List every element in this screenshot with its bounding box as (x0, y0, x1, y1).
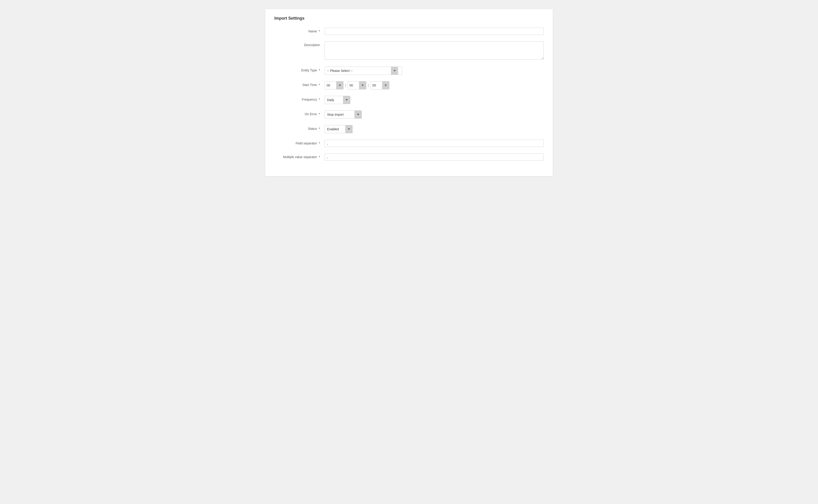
second-dropdown-btn[interactable] (382, 81, 389, 89)
on-error-required: * (319, 112, 320, 116)
field-separator-required: * (319, 141, 320, 145)
multiple-value-separator-row: Multiple value separator * (274, 153, 544, 161)
entity-type-select[interactable]: -- Please Select -- (325, 67, 391, 74)
frequency-select-wrapper: Daily Weekly Monthly (324, 96, 350, 104)
entity-type-row: Entity Type * -- Please Select -- (274, 67, 544, 75)
on-error-select-wrapper: Stop Import Continue Import Skip (324, 110, 362, 119)
hour-dropdown-btn[interactable] (336, 81, 343, 89)
start-time-row: Start Time * 00010203 04050607 08091011 … (274, 81, 544, 89)
field-separator-input[interactable] (324, 140, 544, 147)
minute-chevron-icon (361, 85, 364, 86)
on-error-row: On Error * Stop Import Continue Import S… (274, 110, 544, 119)
description-row: Description (274, 41, 544, 60)
multiple-value-separator-label: Multiple value separator * (274, 153, 324, 159)
field-separator-row: Field separator * (274, 140, 544, 147)
time-sep-2: : (366, 83, 370, 87)
second-chevron-icon (384, 85, 387, 86)
description-field-wrap (324, 41, 544, 60)
status-row: Status * Enabled Disabled (274, 125, 544, 133)
hour-select-wrapper: 00010203 04050607 08091011 12131415 1617… (324, 81, 343, 89)
time-group: 00010203 04050607 08091011 12131415 1617… (324, 81, 544, 89)
field-separator-field-wrap (324, 140, 544, 147)
entity-type-label: Entity Type * (274, 67, 324, 72)
start-time-field-wrap: 00010203 04050607 08091011 12131415 1617… (324, 81, 544, 89)
hour-select[interactable]: 00010203 04050607 08091011 12131415 1617… (325, 82, 336, 89)
second-select[interactable]: 00153045 (371, 82, 382, 89)
status-select[interactable]: Enabled Disabled (325, 126, 345, 133)
second-select-wrapper: 00153045 (370, 81, 389, 89)
on-error-label: On Error * (274, 110, 324, 116)
frequency-row: Frequency * Daily Weekly Monthly (274, 96, 544, 104)
status-select-wrapper: Enabled Disabled (324, 125, 352, 133)
import-settings-card: Import Settings Name * Description Entit… (265, 9, 553, 176)
name-required: * (319, 29, 320, 33)
entity-type-field-wrap: -- Please Select -- (324, 67, 544, 75)
status-dropdown-btn[interactable] (345, 125, 352, 133)
description-textarea[interactable] (324, 41, 544, 60)
entity-type-dropdown-btn[interactable] (391, 67, 398, 75)
minute-select-wrapper: 00153045 (347, 81, 366, 89)
on-error-select[interactable]: Stop Import Continue Import Skip (325, 111, 354, 118)
name-field-wrap (324, 28, 544, 35)
minute-dropdown-btn[interactable] (359, 81, 366, 89)
description-label: Description (274, 41, 324, 47)
hour-chevron-icon (339, 85, 341, 86)
name-label: Name * (274, 28, 324, 33)
frequency-dropdown-btn[interactable] (343, 96, 350, 104)
name-row: Name * (274, 28, 544, 35)
multiple-value-separator-input[interactable] (324, 153, 544, 161)
frequency-chevron-icon (345, 99, 348, 101)
on-error-dropdown-btn[interactable] (354, 111, 361, 118)
status-field-wrap: Enabled Disabled (324, 125, 544, 133)
card-title: Import Settings (274, 16, 544, 21)
entity-type-select-wrapper: -- Please Select -- (324, 67, 402, 75)
frequency-required: * (319, 98, 320, 101)
multiple-value-separator-required: * (319, 155, 320, 159)
minute-select[interactable]: 00153045 (347, 82, 359, 89)
status-chevron-icon (348, 128, 350, 130)
frequency-select[interactable]: Daily Weekly Monthly (325, 97, 343, 103)
time-sep-1: : (343, 83, 347, 87)
status-label: Status * (274, 125, 324, 131)
name-input[interactable] (324, 28, 544, 35)
multiple-value-separator-field-wrap (324, 153, 544, 161)
field-separator-label: Field separator * (274, 140, 324, 145)
entity-type-required: * (319, 68, 320, 72)
start-time-label: Start Time * (274, 81, 324, 87)
status-required: * (319, 127, 320, 131)
on-error-field-wrap: Stop Import Continue Import Skip (324, 110, 544, 119)
frequency-label: Frequency * (274, 96, 324, 101)
start-time-required: * (319, 83, 320, 87)
on-error-chevron-icon (357, 114, 359, 115)
frequency-field-wrap: Daily Weekly Monthly (324, 96, 544, 104)
entity-type-chevron-icon (393, 70, 396, 71)
